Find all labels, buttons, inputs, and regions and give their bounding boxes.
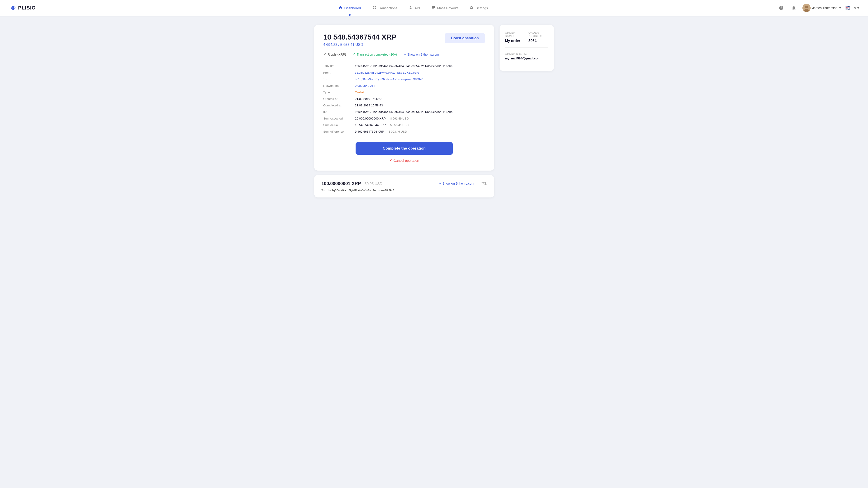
amount-usd: 4 694.23 / 5 653.41 USD [323, 43, 397, 47]
amount-crypto: 10 548.54367544 XRP [323, 33, 397, 41]
logo-text: PLISIO [18, 5, 36, 11]
mini-to-label: To: [321, 189, 325, 192]
lang-label: EN [852, 6, 856, 10]
mini-amount-crypto: 100.00000001 XRP [321, 181, 361, 186]
table-row: Sum difference: 9 462.56847694 XRP 3 003… [323, 128, 485, 135]
main-nav: Dashboard Transactions API Mass Payouts … [49, 4, 777, 12]
mini-number: #1 [482, 181, 487, 186]
user-chevron: ▾ [839, 6, 841, 10]
user-name: James Thompson [812, 6, 837, 10]
boost-button[interactable]: Boost operation [445, 33, 485, 43]
cancel-link[interactable]: ✕ Cancel operation [389, 158, 419, 162]
nav-item-mass-payouts[interactable]: Mass Payouts [431, 4, 458, 12]
flag-icon: 🇬🇧 [845, 5, 850, 10]
table-row: Created at: 21.03.2019 15:42:01 [323, 96, 485, 102]
lang-chevron: ▾ [857, 6, 859, 10]
home-icon [338, 6, 342, 10]
mini-bithomp-label[interactable]: Show on Bithomp.com [442, 182, 474, 185]
id-value: 1f1ea45cf173b23a3c4af00a9df4404374f6cc85… [355, 109, 485, 115]
txn-id-value: 1f1ea45cf173b23a3c4af00a9df4404374f6cc85… [355, 63, 485, 69]
main-left: 10 548.54367544 XRP 4 694.23 / 5 653.41 … [314, 25, 494, 197]
sum-diff-value: 9 462.56847694 XRP 3 003.46 USD [355, 128, 485, 135]
table-row: Sum actual: 10 548.54367544 XRP 5 653.41… [323, 122, 485, 128]
transactions-icon [372, 6, 376, 10]
txn-id-label: TXN ID: [323, 63, 355, 69]
to-value: bc1q60ma9vcm5ytd9kxtafw4s3wr9nqxuem38l3f… [355, 76, 485, 83]
bithomp-link[interactable]: Show on Bithomp.com [407, 53, 439, 56]
card-top: 10 548.54367544 XRP 4 694.23 / 5 653.41 … [323, 33, 485, 47]
notification-button[interactable] [790, 4, 798, 12]
status-bithomp[interactable]: ↗ Show on Bithomp.com [403, 53, 439, 56]
table-row: To: bc1q60ma9vcm5ytd9kxtafw4s3wr9nqxuem3… [323, 76, 485, 83]
order-number-value: 3064 [528, 39, 548, 43]
table-row: Type: Cash-in [323, 89, 485, 96]
order-number-label: Order number: [528, 31, 548, 37]
table-row: From: 3Eq8Q82SkmjbVZRwRG4AZmkSpEVXZe3rdR [323, 69, 485, 76]
order-email-field: Order e-mail: my_mail594@gmail.com [505, 52, 548, 60]
status-row: ✕ Ripple (XRP) ✓ Transaction completed (… [323, 52, 485, 57]
status-coin: ✕ Ripple (XRP) [323, 52, 346, 57]
svg-point-7 [805, 6, 808, 8]
from-value: 3Eq8Q82SkmjbVZRwRG4AZmkSpEVXZe3rdR [355, 69, 485, 76]
mini-to-row: To: bc1q60ma9vcm5ytd9kxtafw4s3wr9nqxuem3… [321, 189, 487, 192]
avatar [802, 4, 811, 12]
table-row: Completed at: 21.03.2019 15:58:43 [323, 102, 485, 109]
details-table: TXN ID: 1f1ea45cf173b23a3c4af00a9df44043… [323, 63, 485, 135]
user-menu[interactable]: James Thompson ▾ [802, 4, 841, 12]
api-icon [409, 6, 413, 10]
sum-diff-label: Sum difference: [323, 128, 355, 135]
completed-at-label: Completed at: [323, 102, 355, 109]
from-label: From: [323, 69, 355, 76]
mini-external-link-icon: ↗ [438, 182, 441, 185]
nav-item-api[interactable]: API [409, 4, 420, 12]
svg-rect-4 [373, 8, 374, 9]
to-label: To: [323, 76, 355, 83]
order-number-field: Order number: 3064 [528, 31, 548, 43]
side-order-row: Order name: My order Order number: 3064 [505, 31, 548, 43]
help-button[interactable] [777, 4, 785, 12]
check-icon: ✓ [352, 52, 355, 57]
order-name-value: My order [505, 39, 525, 43]
order-name-label: Order name: [505, 31, 525, 37]
mini-amount-section: 100.00000001 XRP 50.95 USD [321, 181, 382, 186]
gear-icon [470, 6, 474, 10]
sum-actual-label: Sum actual: [323, 122, 355, 128]
main-content: 10 548.54367544 XRP 4 694.23 / 5 653.41 … [310, 25, 558, 197]
nav-item-settings[interactable]: Settings [470, 4, 488, 12]
sum-expected-value: 20 000.00000000 XRP 8 591.49 USD [355, 115, 485, 122]
order-email-label: Order e-mail: [505, 52, 548, 55]
mini-to-address: bc1q60ma9vcm5ytd9kxtafw4s3wr9nqxuem38l3f… [329, 189, 394, 192]
table-row: ID: 1f1ea45cf173b23a3c4af00a9df4404374f6… [323, 109, 485, 115]
created-at-value: 21.03.2019 15:42:01 [355, 96, 485, 102]
sum-expected-label: Sum expected: [323, 115, 355, 122]
completed-at-value: 21.03.2019 15:58:43 [355, 102, 485, 109]
amount-section: 10 548.54367544 XRP 4 694.23 / 5 653.41 … [323, 33, 397, 47]
logo[interactable]: PLISIO [9, 4, 36, 12]
svg-rect-1 [12, 6, 14, 10]
transaction-card: 10 548.54367544 XRP 4 694.23 / 5 653.41 … [314, 25, 494, 170]
action-area: Complete the operation ✕ Cancel operatio… [323, 142, 485, 162]
cancel-x-icon: ✕ [389, 158, 392, 162]
svg-rect-2 [373, 6, 374, 7]
header-right: James Thompson ▾ 🇬🇧 EN ▾ [777, 4, 859, 12]
sum-actual-value: 10 548.54367544 XRP 5 653.41 USD [355, 122, 485, 128]
order-name-field: Order name: My order [505, 31, 525, 43]
type-value: Cash-in [355, 89, 485, 96]
language-selector[interactable]: 🇬🇧 EN ▾ [845, 5, 859, 10]
mini-amount-usd: 50.95 USD [365, 182, 382, 186]
coin-name: Ripple (XRP) [328, 53, 346, 56]
table-row: TXN ID: 1f1ea45cf173b23a3c4af00a9df44043… [323, 63, 485, 69]
complete-button[interactable]: Complete the operation [355, 142, 453, 155]
table-row: Network fee: 0.0029548 XRP [323, 83, 485, 89]
cancel-label[interactable]: Cancel operation [394, 159, 419, 162]
network-fee-value: 0.0029548 XRP [355, 83, 485, 89]
mini-bithomp-link[interactable]: ↗ Show on Bithomp.com [438, 182, 474, 185]
external-link-icon: ↗ [403, 53, 406, 56]
nav-item-dashboard[interactable]: Dashboard [338, 4, 361, 12]
completed-text: Transaction completed (20+) [357, 53, 397, 56]
id-label: ID: [323, 109, 355, 115]
created-at-label: Created at: [323, 96, 355, 102]
mass-payouts-icon [431, 6, 435, 10]
nav-item-transactions[interactable]: Transactions [372, 4, 397, 12]
x-icon: ✕ [323, 52, 326, 57]
